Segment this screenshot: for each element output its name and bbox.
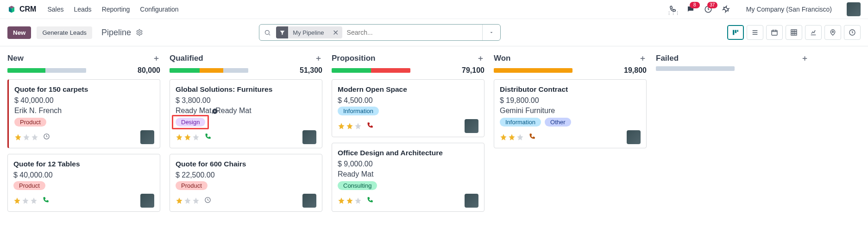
- tag-info[interactable]: Information: [338, 107, 379, 115]
- column-header[interactable]: Failed＋: [656, 53, 809, 63]
- add-card-button[interactable]: ＋: [152, 53, 160, 63]
- company-switcher[interactable]: My Company (San Francisco): [746, 6, 832, 13]
- star-icon[interactable]: [176, 197, 183, 204]
- star-icon[interactable]: [508, 133, 516, 141]
- column-header[interactable]: Won＋: [494, 53, 647, 63]
- star-icon[interactable]: [338, 197, 345, 204]
- dialer-icon[interactable]: ⋮⋮⋮: [668, 5, 678, 14]
- star-icon[interactable]: [346, 197, 353, 204]
- search-input[interactable]: [342, 25, 483, 40]
- generate-leads-button[interactable]: Generate Leads: [37, 26, 92, 39]
- column-summary: 19,800: [494, 66, 647, 75]
- tag-product[interactable]: Product: [13, 181, 45, 190]
- card-amount: $ 40,000.00: [14, 96, 154, 105]
- breadcrumb: Pipeline: [101, 28, 143, 38]
- card-subtitle: Gemini Furniture: [500, 107, 641, 115]
- column-header[interactable]: New＋: [7, 53, 160, 63]
- search-options-toggle[interactable]: [482, 25, 500, 40]
- assignee-avatar[interactable]: [140, 194, 154, 208]
- messages-icon[interactable]: 8: [686, 5, 695, 14]
- view-calendar[interactable]: [766, 25, 783, 40]
- star-icon[interactable]: [22, 197, 29, 204]
- card-amount: $ 19,800.00: [500, 96, 641, 105]
- star-icon[interactable]: [176, 133, 183, 141]
- star-icon[interactable]: [354, 197, 362, 204]
- phone-icon[interactable]: [42, 197, 49, 205]
- activities-icon[interactable]: 37: [704, 5, 713, 14]
- column-header[interactable]: Proposition＋: [332, 53, 484, 63]
- assignee-avatar[interactable]: [465, 194, 478, 208]
- kanban-card[interactable]: Quote for 12 Tables$ 40,000.00Product: [7, 154, 160, 212]
- brand[interactable]: CRM: [7, 5, 36, 13]
- svg-point-4: [138, 32, 140, 33]
- gear-icon[interactable]: [136, 29, 143, 36]
- clock-icon[interactable]: [204, 197, 211, 205]
- phone-icon[interactable]: [366, 197, 373, 205]
- star-icon[interactable]: [338, 122, 345, 130]
- phone-icon[interactable]: [528, 133, 535, 142]
- phone-icon[interactable]: [366, 122, 373, 131]
- star-icon[interactable]: [192, 197, 200, 204]
- add-card-button[interactable]: ＋: [314, 53, 322, 63]
- star-icon[interactable]: [192, 133, 200, 141]
- kanban-card[interactable]: Global Solutions: Furnitures$ 3,800.00Re…: [170, 79, 322, 148]
- add-card-button[interactable]: ＋: [801, 53, 809, 63]
- tag-product[interactable]: Product: [14, 118, 46, 127]
- new-button[interactable]: New: [7, 26, 31, 39]
- arrow-icon[interactable]: [212, 108, 218, 114]
- menu-leads[interactable]: Leads: [74, 6, 91, 13]
- add-card-button[interactable]: ＋: [639, 53, 647, 63]
- view-pivot[interactable]: [786, 25, 802, 40]
- card-amount: $ 3,800.00: [176, 96, 316, 105]
- tag-info[interactable]: Information: [500, 118, 541, 127]
- tag-product[interactable]: Product: [176, 181, 208, 190]
- star-icon[interactable]: [184, 133, 191, 141]
- card-amount: $ 22,500.00: [176, 171, 316, 179]
- assignee-avatar[interactable]: [302, 130, 316, 144]
- menu-reporting[interactable]: Reporting: [102, 6, 130, 13]
- filter-chip-close[interactable]: ✕: [329, 28, 342, 37]
- search-box[interactable]: My Pipeline ✕: [259, 24, 501, 41]
- kanban-card[interactable]: Office Design and Architecture$ 9,000.00…: [332, 143, 484, 212]
- assignee-avatar[interactable]: [627, 130, 641, 144]
- kanban-card[interactable]: Quote for 150 carpets$ 40,000.00Erik N. …: [7, 79, 160, 148]
- star-icon[interactable]: [516, 133, 524, 141]
- view-map[interactable]: [824, 25, 841, 40]
- debug-icon[interactable]: [721, 5, 730, 14]
- add-card-button[interactable]: ＋: [477, 53, 484, 63]
- filter-chip[interactable]: My Pipeline ✕: [276, 26, 342, 38]
- star-icon[interactable]: [346, 122, 353, 130]
- card-footer: [338, 119, 478, 133]
- kanban-card[interactable]: Distributor Contract$ 19,800.00Gemini Fu…: [494, 79, 647, 148]
- svg-rect-7: [735, 30, 736, 33]
- star-icon[interactable]: [14, 133, 22, 141]
- assignee-avatar[interactable]: [465, 119, 478, 133]
- view-kanban[interactable]: [727, 25, 744, 40]
- tag-consult[interactable]: Consulting: [338, 181, 377, 190]
- star-icon[interactable]: [184, 197, 191, 204]
- clock-icon[interactable]: [43, 133, 50, 142]
- assignee-avatar[interactable]: [302, 194, 316, 208]
- phone-icon[interactable]: [204, 133, 211, 142]
- star-icon[interactable]: [30, 197, 38, 204]
- kanban-card[interactable]: Quote for 600 Chairs$ 22,500.00Product: [170, 154, 322, 212]
- column-summary: 51,300: [170, 66, 322, 75]
- star-icon[interactable]: [23, 133, 30, 141]
- card-footer: [13, 194, 154, 208]
- menu-sales[interactable]: Sales: [47, 6, 63, 13]
- star-icon[interactable]: [500, 133, 507, 141]
- star-icon[interactable]: [31, 133, 38, 141]
- user-avatar[interactable]: [847, 2, 861, 16]
- view-list[interactable]: [747, 25, 763, 40]
- tag-other[interactable]: Other: [545, 118, 571, 127]
- menu-configuration[interactable]: Configuration: [140, 6, 178, 13]
- view-activity[interactable]: [844, 25, 861, 40]
- tag-design[interactable]: Design: [176, 118, 205, 127]
- kanban-card[interactable]: Modern Open Space$ 4,500.00Information: [332, 79, 484, 137]
- star-icon[interactable]: [13, 197, 21, 204]
- assignee-avatar[interactable]: [140, 130, 154, 144]
- priority-stars: [176, 133, 200, 141]
- star-icon[interactable]: [354, 122, 362, 130]
- view-graph[interactable]: [805, 25, 822, 40]
- column-header[interactable]: Qualified＋: [170, 53, 322, 63]
